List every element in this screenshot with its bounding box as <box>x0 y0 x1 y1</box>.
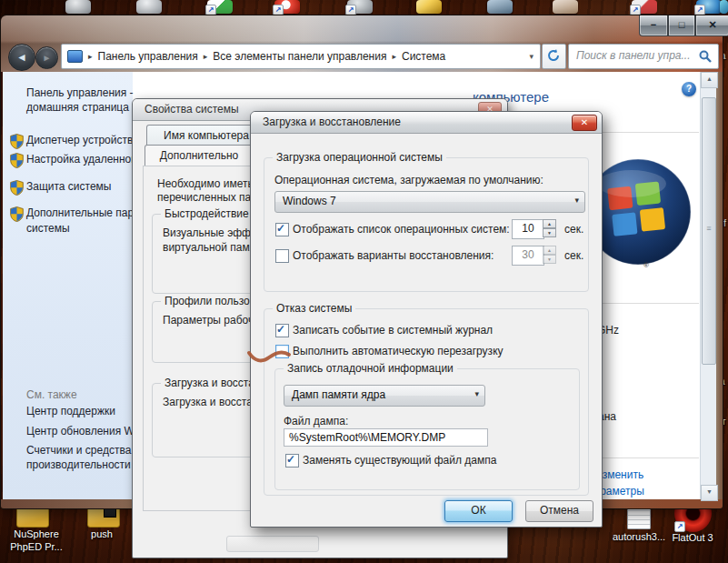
see-also-heading: См. также <box>26 388 77 401</box>
uac-shield-icon <box>10 206 24 222</box>
seconds-unit: сек. <box>564 223 583 236</box>
desktop-icon[interactable] <box>553 0 578 14</box>
back-button[interactable]: ◄ <box>8 44 35 71</box>
desktop-shortcut-icon[interactable]: ↗ <box>207 0 233 14</box>
breadcrumb-separator-icon: ▸ <box>198 52 214 61</box>
dump-type-value: Дамп памяти ядра <box>292 388 385 401</box>
address-dropdown-icon[interactable]: ▾ <box>529 52 540 61</box>
overwrite-dump-checkbox[interactable]: ✓ <box>285 454 299 467</box>
show-os-list-checkbox[interactable]: ✓ <box>275 223 289 236</box>
scroll-down-button[interactable]: ▼ <box>701 485 718 501</box>
uac-shield-icon <box>10 180 24 196</box>
search-input[interactable]: Поиск в панели упра... <box>568 44 719 69</box>
breadcrumb-system[interactable]: Система <box>402 50 445 63</box>
refresh-icon <box>546 48 561 63</box>
os-default-label: Операционная система, загружаемая по умо… <box>274 174 544 186</box>
desktop-shortcut-icon[interactable]: ↗ <box>696 0 722 14</box>
spin-down-icon[interactable]: ▼ <box>543 228 556 237</box>
seconds-unit: сек. <box>564 249 583 262</box>
log-event-label: Записать событие в системный журнал <box>293 324 493 337</box>
startup-recovery-titlebar[interactable]: Загрузка и восстановление ✕ <box>251 112 602 134</box>
os-list-seconds-input[interactable]: 10 <box>512 219 544 239</box>
desktop-icon[interactable] <box>720 0 728 14</box>
boot-group-label: Загрузка операционной системы <box>273 151 446 164</box>
desktop-icon-label[interactable]: FlatOut 3 <box>658 531 727 544</box>
check-icon: ✓ <box>276 323 285 336</box>
performance-group-label: Быстродействие <box>161 207 253 220</box>
scrollbar-grip-icon: ≡ <box>704 224 713 233</box>
desktop-icon-label[interactable]: push <box>67 528 136 540</box>
startup-recovery-dialog: Загрузка и восстановление ✕ Загрузка опе… <box>250 111 603 528</box>
cancel-button[interactable]: Отмена <box>525 500 593 522</box>
os-combobox-value: Windows 7 <box>283 195 336 207</box>
overwrite-dump-label: Заменять существующий файл дампа <box>303 454 496 467</box>
registered-mark: ® <box>643 261 649 269</box>
desktop-icon[interactable] <box>416 0 442 14</box>
show-recovery-checkbox[interactable] <box>275 249 289 263</box>
check-icon: ✓ <box>286 453 295 466</box>
desktop-shortcut-icon[interactable]: ↗ <box>347 0 373 14</box>
log-event-checkbox[interactable]: ✓ <box>275 324 289 337</box>
dump-type-combobox[interactable]: Дамп памяти ядра ▾ <box>284 385 485 407</box>
recovery-seconds-stepper[interactable]: ▲ ▼ <box>543 246 556 264</box>
dump-file-input[interactable]: %SystemRoot%\MEMORY.DMP <box>284 428 488 447</box>
uac-shield-icon <box>10 153 24 168</box>
show-os-list-label: Отображать список операционных систем: <box>293 223 510 236</box>
recycle-bin-icon[interactable] <box>136 0 162 14</box>
auto-restart-label: Выполнить автоматическую перезагрузку <box>293 345 504 357</box>
breadcrumb-control-panel[interactable]: Панель управления <box>98 50 198 63</box>
sidebar-item-home[interactable]: Панель управления - домашняя страница <box>26 85 145 115</box>
spin-down-icon[interactable]: ▼ <box>543 255 556 264</box>
window-right-frame <box>715 72 723 499</box>
annotation-squiggle <box>245 344 293 367</box>
close-button[interactable]: ✕ <box>695 15 728 36</box>
refresh-button[interactable] <box>542 44 566 69</box>
dump-file-label: Файл дампа: <box>284 415 348 427</box>
scroll-up-button[interactable]: ▲ <box>701 72 718 88</box>
os-list-seconds-stepper[interactable]: ▲ ▼ <box>543 219 556 237</box>
ok-button[interactable]: ОК <box>444 500 513 522</box>
search-icon[interactable] <box>699 50 713 64</box>
breadcrumb-all-items[interactable]: Все элементы панели управления <box>213 50 386 63</box>
forward-button[interactable]: ► <box>35 46 58 69</box>
breadcrumb-separator-icon: ▸ <box>83 52 98 61</box>
chevron-down-icon: ▾ <box>474 389 479 398</box>
dialog-title: Загрузка и восстановление <box>263 116 401 128</box>
show-recovery-label: Отображать варианты восстановления: <box>293 249 494 262</box>
maximize-button[interactable]: □ <box>668 15 695 36</box>
search-placeholder: Поиск в панели упра... <box>569 45 718 66</box>
address-bar[interactable]: ▸ Панель управления ▸ Все элементы панел… <box>61 44 541 69</box>
chevron-down-icon: ▾ <box>574 196 579 205</box>
window-controls: − □ ✕ <box>639 15 728 35</box>
dialog-title: Свойства системы <box>145 103 239 116</box>
vertical-scrollbar[interactable]: ▲ ≡ ▼ <box>700 72 716 499</box>
check-icon: ✓ <box>276 222 285 235</box>
recovery-seconds-input[interactable]: 30 <box>512 246 544 266</box>
help-icon[interactable]: ? <box>682 82 696 96</box>
spin-up-icon[interactable]: ▲ <box>543 246 556 255</box>
system-failure-group-label: Отказ системы <box>273 302 355 315</box>
spin-up-icon[interactable]: ▲ <box>543 219 556 228</box>
os-combobox[interactable]: Windows 7 ▾ <box>274 191 585 213</box>
desktop-icon[interactable] <box>65 0 91 14</box>
close-button[interactable]: ✕ <box>572 115 597 131</box>
desktop-shortcut-icon[interactable]: ↗ <box>632 0 657 14</box>
sidebar-item-performance-tools[interactable]: Счетчики и средства производительности <box>26 443 141 472</box>
system-icon <box>67 50 83 63</box>
desktop-icon-label[interactable]: NuSphere PhpED Pr... <box>2 528 71 553</box>
debug-info-group-label: Запись отладочной информации <box>284 362 457 375</box>
breadcrumb-separator-icon: ▸ <box>386 52 402 61</box>
desktop-icon[interactable] <box>487 0 513 14</box>
minimize-button[interactable]: − <box>639 15 668 36</box>
tab-advanced[interactable]: Дополнительно <box>145 145 254 167</box>
scrollbar-thumb[interactable]: ≡ <box>702 97 716 365</box>
uac-shield-icon <box>10 134 24 149</box>
desktop-shortcut-icon[interactable]: ↗ <box>274 0 300 14</box>
obscured-button[interactable] <box>226 536 319 552</box>
